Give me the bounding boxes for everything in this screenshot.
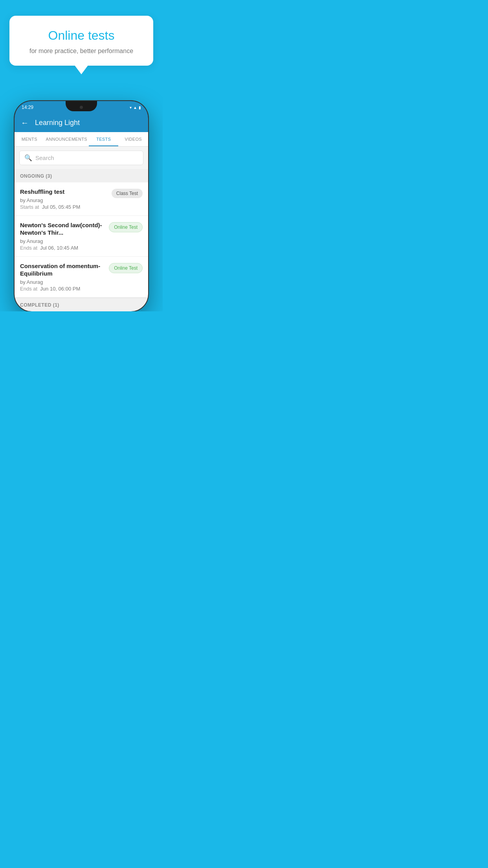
notch: [66, 101, 97, 111]
test-info: Newton's Second law(contd)-Newton's Thir…: [20, 221, 105, 251]
tab-announcements[interactable]: ANNOUNCEMENTS: [44, 132, 89, 146]
test-item[interactable]: Conservation of momentum-Equilibrium by …: [15, 257, 148, 298]
time-label: Ends at: [20, 245, 37, 251]
battery-icon: ▮: [139, 105, 141, 110]
wifi-icon: ▾: [130, 105, 132, 110]
test-item[interactable]: Newton's Second law(contd)-Newton's Thir…: [15, 216, 148, 257]
bubble-subtitle: for more practice, better performance: [19, 48, 144, 55]
completed-label: COMPLETED (1): [20, 302, 59, 308]
promo-section: Online tests for more practice, better p…: [0, 0, 163, 89]
test-time: Ends at Jun 10, 06:00 PM: [20, 286, 105, 292]
phone-frame: 14:29 ▾ ▲ ▮ ← Learning Light MENTS ANNOU…: [15, 101, 148, 311]
test-name: Conservation of momentum-Equilibrium: [20, 262, 105, 278]
time-label: Starts at: [20, 204, 39, 210]
search-container: 🔍 Search: [15, 147, 148, 169]
app-title: Learning Light: [35, 119, 80, 127]
test-name: Reshuffling test: [20, 188, 108, 196]
time-value: Jun 10, 06:00 PM: [40, 286, 80, 292]
test-item[interactable]: Reshuffling test by Anurag Starts at Jul…: [15, 182, 148, 216]
test-tag: Class Test: [112, 189, 143, 198]
time-value: Jul 05, 05:45 PM: [42, 204, 81, 210]
tab-tests[interactable]: TESTS: [89, 132, 119, 146]
phone-wrapper: 14:29 ▾ ▲ ▮ ← Learning Light MENTS ANNOU…: [0, 89, 163, 311]
test-list: Reshuffling test by Anurag Starts at Jul…: [15, 182, 148, 298]
speech-bubble: Online tests for more practice, better p…: [9, 16, 153, 66]
status-time: 14:29: [22, 105, 33, 110]
test-info: Reshuffling test by Anurag Starts at Jul…: [20, 188, 108, 210]
time-label: Ends at: [20, 286, 37, 292]
search-icon: 🔍: [24, 154, 32, 162]
test-author: by Anurag: [20, 197, 108, 203]
ongoing-label: ONGOING (3): [20, 173, 52, 179]
test-author: by Anurag: [20, 238, 105, 244]
status-icons: ▾ ▲ ▮: [130, 105, 141, 110]
test-author: by Anurag: [20, 279, 105, 285]
back-button[interactable]: ←: [21, 118, 29, 127]
search-input[interactable]: Search: [35, 154, 54, 161]
app-header: ← Learning Light: [15, 114, 148, 132]
tab-videos[interactable]: VIDEOS: [118, 132, 148, 146]
tab-bar: MENTS ANNOUNCEMENTS TESTS VIDEOS: [15, 132, 148, 147]
test-time: Ends at Jul 06, 10:45 AM: [20, 245, 105, 251]
test-tag: Online Test: [109, 222, 143, 232]
signal-icon: ▲: [133, 105, 137, 110]
test-name: Newton's Second law(contd)-Newton's Thir…: [20, 221, 105, 237]
tab-assignments[interactable]: MENTS: [15, 132, 44, 146]
completed-section-header: COMPLETED (1): [15, 298, 148, 311]
ongoing-section-header: ONGOING (3): [15, 169, 148, 182]
test-time: Starts at Jul 05, 05:45 PM: [20, 204, 108, 210]
status-bar: 14:29 ▾ ▲ ▮: [15, 101, 148, 114]
search-box[interactable]: 🔍 Search: [19, 151, 143, 165]
time-value: Jul 06, 10:45 AM: [40, 245, 78, 251]
bubble-title: Online tests: [19, 28, 144, 43]
test-tag: Online Test: [109, 263, 143, 273]
test-info: Conservation of momentum-Equilibrium by …: [20, 262, 105, 292]
camera: [80, 106, 83, 109]
